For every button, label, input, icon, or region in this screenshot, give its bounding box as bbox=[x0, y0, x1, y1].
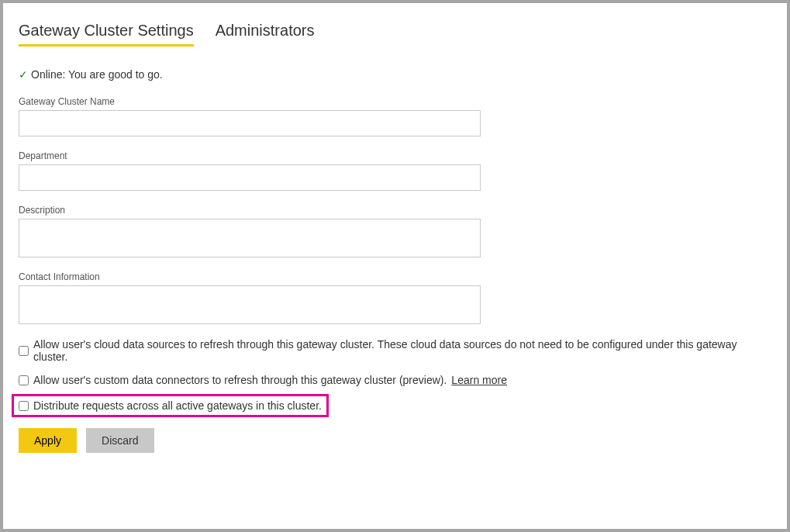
settings-panel: Gateway Cluster Settings Administrators … bbox=[3, 3, 787, 529]
checkbox-custom-connectors[interactable] bbox=[19, 375, 29, 385]
apply-button[interactable]: Apply bbox=[19, 428, 77, 453]
checkbox-distribute[interactable] bbox=[19, 401, 29, 411]
checkbox-cloud-sources[interactable] bbox=[19, 346, 29, 356]
field-description: Description bbox=[19, 205, 771, 257]
button-row: Apply Discard bbox=[19, 428, 771, 453]
field-gateway-name: Gateway Cluster Name bbox=[19, 96, 771, 136]
checkbox-distribute-row: Distribute requests across all active ga… bbox=[19, 397, 771, 417]
status-text: Online: You are good to go. bbox=[31, 68, 163, 81]
contact-input[interactable] bbox=[19, 285, 481, 324]
discard-button[interactable]: Discard bbox=[86, 428, 154, 453]
department-input[interactable] bbox=[19, 164, 481, 191]
status-row: ✓ Online: You are good to go. bbox=[19, 68, 771, 81]
checkbox-custom-connectors-row: Allow user's custom data connectors to r… bbox=[19, 374, 771, 386]
description-input[interactable] bbox=[19, 219, 481, 257]
learn-more-link[interactable]: Learn more bbox=[451, 374, 507, 386]
tab-bar: Gateway Cluster Settings Administrators bbox=[19, 22, 771, 47]
tab-administrators[interactable]: Administrators bbox=[216, 22, 315, 47]
field-contact: Contact Information bbox=[19, 271, 771, 324]
field-department: Department bbox=[19, 150, 771, 191]
department-label: Department bbox=[19, 150, 771, 161]
checkbox-custom-connectors-label: Allow user's custom data connectors to r… bbox=[33, 374, 447, 386]
contact-label: Contact Information bbox=[19, 271, 771, 282]
check-icon: ✓ bbox=[19, 68, 28, 81]
tab-gateway-settings[interactable]: Gateway Cluster Settings bbox=[19, 22, 194, 47]
distribute-highlight: Distribute requests across all active ga… bbox=[12, 394, 329, 417]
description-label: Description bbox=[19, 205, 771, 216]
checkbox-cloud-sources-row: Allow user's cloud data sources to refre… bbox=[19, 338, 771, 363]
gateway-name-input[interactable] bbox=[19, 110, 481, 136]
gateway-name-label: Gateway Cluster Name bbox=[19, 96, 771, 107]
checkbox-cloud-sources-label: Allow user's cloud data sources to refre… bbox=[33, 338, 771, 363]
checkbox-distribute-label: Distribute requests across all active ga… bbox=[33, 399, 322, 412]
